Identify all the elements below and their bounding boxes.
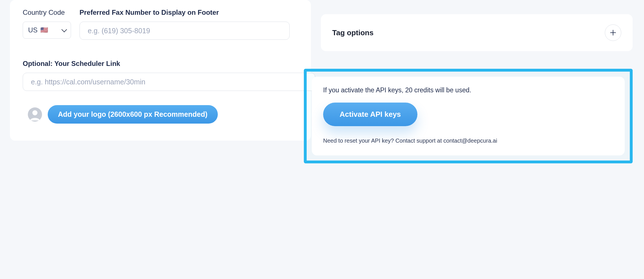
- us-flag-icon: 🇺🇸: [40, 26, 48, 34]
- svg-point-1: [32, 110, 37, 115]
- activate-api-keys-button[interactable]: Activate API keys: [323, 103, 417, 126]
- country-code-select[interactable]: US 🇺🇸: [23, 22, 71, 39]
- fax-field: Preferred Fax Number to Display on Foote…: [80, 9, 290, 40]
- plus-icon: [610, 30, 616, 36]
- chevron-down-icon: [61, 27, 67, 32]
- api-activation-notice: If you activate the API keys, 20 credits…: [323, 86, 613, 94]
- api-keys-card: If you activate the API keys, 20 credits…: [312, 77, 625, 155]
- fax-label: Preferred Fax Number to Display on Foote…: [80, 9, 290, 16]
- logo-row: Add your logo (2600x600 px Recommended): [23, 105, 298, 124]
- scheduler-input[interactable]: [23, 73, 315, 91]
- api-keys-highlight: If you activate the API keys, 20 credits…: [304, 69, 633, 163]
- api-reset-hint: Need to reset your API key? Contact supp…: [323, 138, 613, 144]
- country-code-field: Country Code US 🇺🇸: [23, 9, 71, 40]
- country-code-label: Country Code: [23, 9, 71, 16]
- scheduler-label: Optional: Your Scheduler Link: [23, 60, 298, 68]
- scheduler-field: Optional: Your Scheduler Link: [23, 60, 298, 91]
- fax-input[interactable]: [80, 22, 290, 40]
- country-code-value: US: [28, 26, 37, 34]
- settings-card: Country Code US 🇺🇸 Preferred Fax Number …: [10, 0, 311, 141]
- tag-options-title: Tag options: [332, 28, 373, 37]
- add-logo-button[interactable]: Add your logo (2600x600 px Recommended): [48, 105, 218, 124]
- avatar-placeholder-icon: [28, 107, 42, 122]
- add-tag-button[interactable]: [605, 24, 621, 41]
- tag-options-card: Tag options: [321, 14, 633, 51]
